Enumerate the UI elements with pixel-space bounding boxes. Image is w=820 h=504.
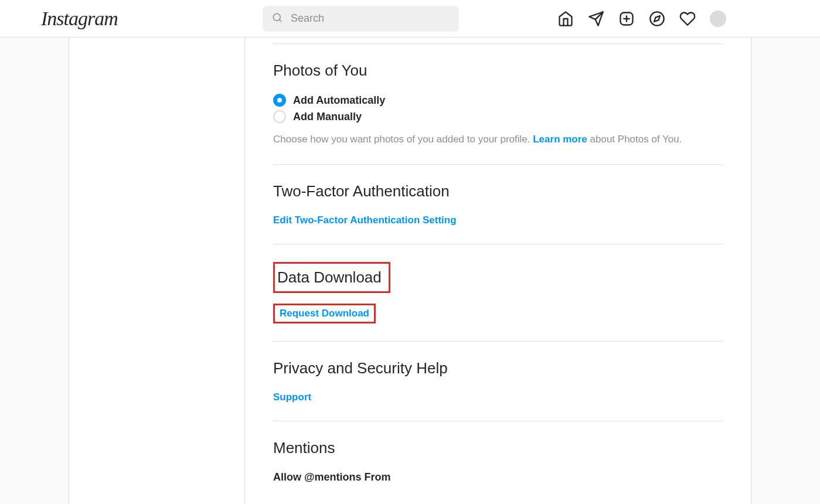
section-privacy-help: Privacy and Security Help Support: [273, 342, 723, 421]
settings-panel: Photos of You Add Automatically Add Manu…: [69, 38, 751, 504]
new-post-icon[interactable]: [618, 11, 635, 27]
divider-top: [273, 38, 723, 44]
photos-help-text: Choose how you want photos of you added …: [273, 132, 723, 147]
edit-two-factor-link[interactable]: Edit Two-Factor Authentication Setting: [273, 214, 457, 226]
highlight-request-download: Request Download: [273, 304, 376, 323]
mentions-subheading: Allow @mentions From: [273, 471, 723, 483]
explore-icon[interactable]: [649, 11, 665, 27]
home-icon[interactable]: [557, 11, 574, 27]
twofa-title: Two-Factor Authentication: [273, 182, 723, 200]
search-wrapper: [263, 6, 459, 32]
photos-radio-group: Add Automatically Add Manually: [273, 94, 723, 123]
search-input[interactable]: [263, 6, 459, 32]
section-photos-of-you: Photos of You Add Automatically Add Manu…: [273, 44, 723, 165]
radio-add-automatically[interactable]: Add Automatically: [273, 94, 723, 107]
highlight-data-download-title: Data Download: [273, 262, 390, 293]
section-mentions: Mentions Allow @mentions From: [273, 421, 723, 504]
support-link[interactable]: Support: [273, 391, 311, 403]
svg-line-1: [279, 19, 281, 21]
radio-selected-icon: [273, 94, 286, 107]
nav-right: [557, 11, 808, 27]
request-download-link[interactable]: Request Download: [280, 308, 369, 319]
messages-icon[interactable]: [588, 11, 604, 27]
search-icon: [272, 12, 283, 25]
top-nav: Instagram: [0, 0, 820, 38]
section-two-factor: Two-Factor Authentication Edit Two-Facto…: [273, 165, 723, 244]
section-data-download: Data Download Request Download: [273, 244, 723, 342]
learn-more-link[interactable]: Learn more: [533, 134, 587, 145]
radio-unselected-icon: [273, 110, 286, 123]
help-text-pre: Choose how you want photos of you added …: [273, 134, 533, 145]
activity-icon[interactable]: [679, 11, 696, 27]
radio-label: Add Manually: [293, 111, 362, 123]
nav-left: Instagram: [12, 8, 164, 30]
avatar[interactable]: [710, 11, 726, 27]
settings-content: Photos of You Add Automatically Add Manu…: [245, 38, 751, 504]
settings-sidebar: [69, 38, 245, 504]
svg-marker-8: [654, 16, 660, 22]
photos-title: Photos of You: [273, 62, 723, 80]
main-container: Photos of You Add Automatically Add Manu…: [0, 0, 820, 504]
svg-point-7: [650, 12, 664, 25]
privacy-help-title: Privacy and Security Help: [273, 359, 723, 377]
help-text-post: about Photos of You.: [587, 134, 682, 145]
brand-logo[interactable]: Instagram: [41, 8, 164, 30]
nav-center: [261, 6, 461, 32]
mentions-title: Mentions: [273, 439, 723, 457]
radio-add-manually[interactable]: Add Manually: [273, 110, 723, 123]
data-download-title: Data Download: [277, 268, 382, 287]
radio-label: Add Automatically: [293, 94, 385, 107]
